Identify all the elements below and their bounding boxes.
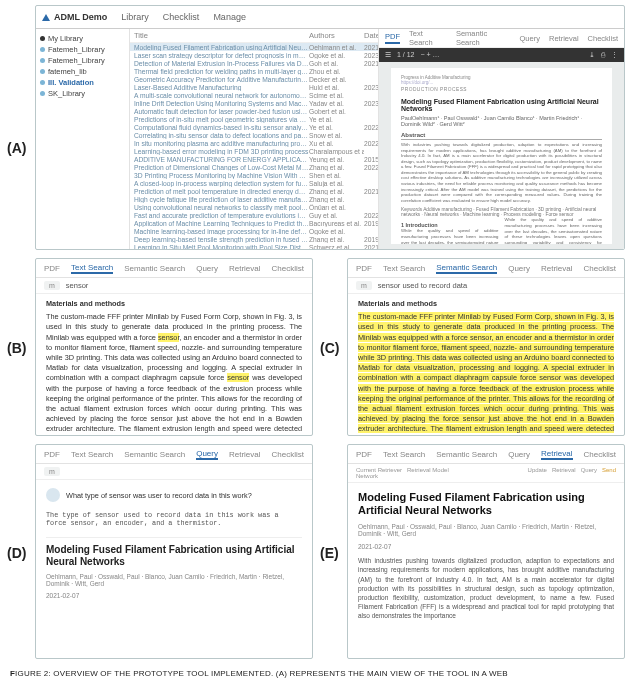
tab-pdf[interactable]: PDF bbox=[385, 32, 400, 44]
table-row[interactable]: Thermal field prediction for welding pat… bbox=[130, 67, 378, 75]
sidebar-item[interactable]: Fatemeh_Library bbox=[40, 44, 125, 55]
tab-pdf[interactable]: PDF bbox=[356, 450, 372, 459]
sidebar-item[interactable]: Fatemeh_Library bbox=[40, 55, 125, 66]
tab-semantic-search[interactable]: Semantic Search bbox=[124, 264, 185, 273]
tab-query[interactable]: Query bbox=[508, 450, 530, 459]
print-icon[interactable]: ⎙ bbox=[601, 51, 605, 59]
hamburger-icon[interactable]: ☰ bbox=[385, 51, 391, 59]
tab-semantic-search[interactable]: Semantic Search bbox=[436, 450, 497, 459]
table-row[interactable]: Modeling Fused Filament Fabrication usin… bbox=[130, 43, 378, 51]
mode-chip[interactable]: m bbox=[356, 281, 372, 290]
table-row[interactable]: Laser scan strategy descriptor for defec… bbox=[130, 51, 378, 59]
tab-checklist[interactable]: Checklist bbox=[584, 450, 616, 459]
download-icon[interactable]: ⤓ bbox=[589, 51, 595, 59]
collection-dot-icon bbox=[40, 80, 45, 85]
sidebar: My LibraryFatemeh_LibraryFatemeh_Library… bbox=[36, 29, 130, 250]
table-row[interactable]: A closed-loop in-process warping detecti… bbox=[130, 179, 378, 187]
table-row[interactable]: In situ monitoring plasma arc additive m… bbox=[130, 139, 378, 147]
zoom-controls[interactable]: − + … bbox=[421, 51, 440, 59]
table-row[interactable]: Learning In Situ Melt Pool Monitoring wi… bbox=[130, 243, 378, 250]
table-row[interactable]: Correlating in-situ sensor data to defec… bbox=[130, 131, 378, 139]
tab-query[interactable]: Query bbox=[196, 449, 218, 460]
collection-dot-icon bbox=[40, 91, 45, 96]
tab-text-search[interactable]: Text Search bbox=[383, 450, 425, 459]
tab-checklist[interactable]: Checklist bbox=[272, 264, 304, 273]
search-input[interactable]: sensor used to record data bbox=[378, 281, 616, 290]
tab-pdf[interactable]: PDF bbox=[356, 264, 372, 273]
fig-label-d: (D) bbox=[7, 545, 26, 561]
sidebar-item[interactable]: SK_Library bbox=[40, 88, 125, 99]
table-row[interactable]: Computational fluid dynamics-based in-si… bbox=[130, 123, 378, 131]
tab-query[interactable]: Query bbox=[520, 34, 540, 43]
panel-e: PDF Text Search Semantic Search Query Re… bbox=[347, 444, 625, 659]
tab-retrieval[interactable]: Retrieval bbox=[549, 34, 579, 43]
tab-checklist[interactable]: Checklist bbox=[588, 34, 618, 43]
table-row[interactable]: High cycle fatigue life prediction of la… bbox=[130, 195, 378, 203]
send-button[interactable]: Send bbox=[602, 467, 616, 473]
table-row[interactable]: Geometric Accuracy Prediction for Additi… bbox=[130, 75, 378, 83]
result-doc: Materials and methods The custom-made FF… bbox=[348, 294, 624, 436]
table-row[interactable]: A multi-scale convolutional neural netwo… bbox=[130, 91, 378, 99]
tab-semantic-search[interactable]: Semantic Search bbox=[456, 29, 511, 47]
table-row[interactable]: Detection of Material Extrusion In-Proce… bbox=[130, 59, 378, 67]
collection-dot-icon bbox=[40, 58, 45, 63]
pdf-pane: PDF Text Search Semantic Search Query Re… bbox=[378, 29, 624, 250]
nav-library[interactable]: Library bbox=[121, 12, 149, 22]
source-title[interactable]: Modeling Fused Filament Fabrication usin… bbox=[46, 544, 302, 568]
collection-dot-icon bbox=[40, 69, 45, 74]
mode-chip[interactable]: m bbox=[44, 467, 60, 476]
tab-pdf[interactable]: PDF bbox=[44, 450, 60, 459]
table-row[interactable]: Machine learning-based image processing … bbox=[130, 227, 378, 235]
app-logo: ADML Demo bbox=[42, 12, 107, 22]
tab-semantic-search[interactable]: Semantic Search bbox=[124, 450, 185, 459]
mode-chip[interactable]: m bbox=[44, 281, 60, 290]
tab-retrieval[interactable]: Retrieval bbox=[229, 264, 261, 273]
tab-text-search[interactable]: Text Search bbox=[383, 264, 425, 273]
tab-text-search[interactable]: Text Search bbox=[71, 450, 113, 459]
table-row[interactable]: Laser-Based Additive ManufacturingHuld e… bbox=[130, 83, 378, 91]
sidebar-item[interactable]: III. Validation bbox=[40, 77, 125, 88]
sidebar-item[interactable]: My Library bbox=[40, 33, 125, 44]
tab-text-search[interactable]: Text Search bbox=[71, 263, 113, 274]
search-input[interactable]: sensor bbox=[66, 281, 304, 290]
tab-query[interactable]: Query bbox=[196, 264, 218, 273]
more-icon[interactable]: ⋮ bbox=[611, 51, 618, 59]
nav-manage[interactable]: Manage bbox=[213, 12, 246, 22]
table-row[interactable]: Deep learning-based tensile strength pre… bbox=[130, 235, 378, 243]
fig-label-b: (B) bbox=[7, 340, 26, 356]
tab-query[interactable]: Query bbox=[508, 264, 530, 273]
tab-checklist[interactable]: Checklist bbox=[272, 450, 304, 459]
panel-a: ADML Demo Library Checklist Manage My Li… bbox=[35, 5, 625, 250]
tab-checklist[interactable]: Checklist bbox=[584, 264, 616, 273]
paper-list: Modeling Fused Filament Fabrication usin… bbox=[130, 43, 378, 250]
page-indicator: 1 / 12 bbox=[397, 51, 415, 59]
sidebar-item-label: Fatemeh_Library bbox=[48, 56, 105, 65]
table-row[interactable]: 3D Printing Process Monitoring by Machin… bbox=[130, 171, 378, 179]
table-row[interactable]: Fast and accurate prediction of temperat… bbox=[130, 211, 378, 219]
sidebar-item-label: My Library bbox=[48, 34, 83, 43]
tab-text-search[interactable]: Text Search bbox=[409, 29, 447, 47]
tab-retrieval[interactable]: Retrieval bbox=[541, 264, 573, 273]
tab-pdf[interactable]: PDF bbox=[44, 264, 60, 273]
result-title[interactable]: Modeling Fused Filament Fabrication usin… bbox=[358, 491, 614, 517]
table-row[interactable]: Application of Machine Learning Techniqu… bbox=[130, 219, 378, 227]
nav-checklist[interactable]: Checklist bbox=[163, 12, 200, 22]
table-row[interactable]: Automatic fault detection for laser powd… bbox=[130, 107, 378, 115]
tab-retrieval[interactable]: Retrieval bbox=[541, 449, 573, 460]
tab-retrieval[interactable]: Retrieval bbox=[229, 450, 261, 459]
table-row[interactable]: Prediction of melt pool temperature in d… bbox=[130, 187, 378, 195]
pdf-tabs: PDF Text Search Semantic Search Query Re… bbox=[379, 29, 624, 48]
table-row[interactable]: Inline Drift Detection Using Monitoring … bbox=[130, 99, 378, 107]
table-row[interactable]: Predictions of in-situ melt pool geometr… bbox=[130, 115, 378, 123]
fig-label-e: (E) bbox=[320, 545, 339, 561]
user-avatar-icon bbox=[46, 488, 60, 502]
collection-dot-icon bbox=[40, 47, 45, 52]
table-row[interactable]: Learning-based error modeling in FDM 3D … bbox=[130, 147, 378, 155]
paper-title: Modeling Fused Filament Fabrication usin… bbox=[401, 98, 602, 112]
table-row[interactable]: ADDITIVE MANUFACTURING FOR ENERGY APPLIC… bbox=[130, 155, 378, 163]
fig-label-a: (A) bbox=[7, 140, 26, 156]
table-row[interactable]: Using convolutional neural networks to c… bbox=[130, 203, 378, 211]
table-row[interactable]: Prediction of Dimensional Changes of Low… bbox=[130, 163, 378, 171]
tab-semantic-search[interactable]: Semantic Search bbox=[436, 263, 497, 274]
sidebar-item[interactable]: fatemeh_lib bbox=[40, 66, 125, 77]
